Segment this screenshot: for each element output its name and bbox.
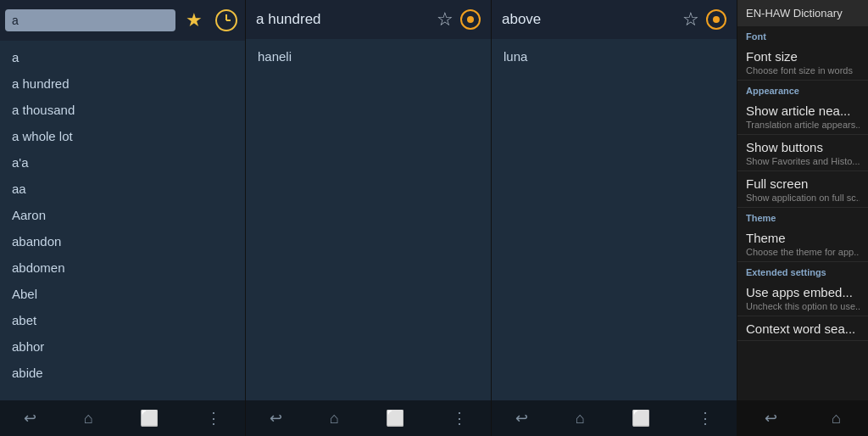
theme-section-label: Theme (737, 208, 868, 226)
font-section-label: Font (737, 26, 868, 44)
circle-dot-button[interactable] (706, 9, 726, 30)
settings-panel: EN-HAW Dictionary Font Font size Choose … (737, 0, 868, 436)
full-screen-item[interactable]: Full screen Show application on full sc.… (737, 171, 868, 208)
panel-3-header: above ☆ (492, 0, 737, 39)
home-icon[interactable]: ⌂ (576, 410, 585, 428)
list-item[interactable]: abdomen (0, 254, 245, 281)
font-size-title: Font size (746, 49, 860, 64)
theme-title: Theme (746, 231, 860, 245)
clock-icon (215, 9, 237, 31)
font-size-item[interactable]: Font size Choose font size in words (737, 44, 868, 81)
favorites-button[interactable]: ★ (181, 7, 208, 34)
back-icon[interactable]: ↩ (24, 409, 36, 428)
list-item[interactable]: abandon (0, 228, 245, 254)
recent-icon[interactable]: ⬜ (140, 409, 159, 428)
search-bar: ★ (0, 0, 245, 41)
header-icons-3: ☆ (682, 8, 726, 31)
navigation-bar-4: ↩ ⌂ (737, 400, 868, 436)
list-item[interactable]: a (0, 44, 245, 70)
star-outline-icon[interactable]: ☆ (682, 8, 699, 31)
history-button[interactable] (213, 7, 240, 34)
home-icon[interactable]: ⌂ (84, 410, 93, 428)
theme-item[interactable]: Theme Choose the theme for app... (737, 226, 868, 262)
header-icons-2: ☆ (437, 8, 481, 31)
recent-icon[interactable]: ⬜ (632, 409, 650, 428)
full-screen-title: Full screen (746, 176, 860, 191)
menu-icon[interactable]: ⋮ (206, 409, 221, 428)
list-item[interactable]: abet (0, 307, 245, 333)
list-item[interactable]: a hundred (0, 70, 245, 97)
translation-content-2: haneli (246, 39, 491, 400)
use-apps-title: Use apps embed... (746, 285, 860, 299)
show-article-title: Show article nea... (746, 103, 860, 118)
extended-section-label: Extended settings (737, 262, 868, 280)
list-item[interactable]: a thousand (0, 97, 245, 123)
list-item[interactable]: abhor (0, 333, 245, 360)
navigation-bar-3: ↩ ⌂ ⬜ ⋮ (492, 400, 737, 436)
show-buttons-item[interactable]: Show buttons Show Favorites and Histo... (737, 135, 868, 171)
font-size-desc: Choose font size in words (746, 65, 860, 75)
panel-2-header: a hundred ☆ (246, 0, 491, 39)
show-article-item[interactable]: Show article nea... Translation article … (737, 98, 868, 135)
appearance-section-label: Appearance (737, 81, 868, 98)
star-outline-icon[interactable]: ☆ (437, 8, 453, 31)
navigation-bar-1: ↩ ⌂ ⬜ ⋮ (0, 400, 245, 436)
menu-icon[interactable]: ⋮ (452, 409, 467, 428)
show-buttons-title: Show buttons (746, 140, 860, 154)
translation-panel-2: above ☆ luna ↩ ⌂ ⬜ ⋮ (492, 0, 737, 436)
word-list: a a hundred a thousand a whole lot a'a a… (0, 41, 245, 400)
context-word-item[interactable]: Context word sea... (737, 316, 868, 341)
settings-title: EN-HAW Dictionary (737, 0, 868, 26)
theme-desc: Choose the theme for app... (746, 247, 860, 257)
show-buttons-desc: Show Favorites and Histo... (746, 156, 860, 166)
context-word-title: Context word sea... (746, 321, 860, 336)
recent-icon[interactable]: ⬜ (386, 409, 404, 428)
translation-text: luna (504, 49, 527, 64)
list-item[interactable]: a whole lot (0, 123, 245, 149)
back-icon[interactable]: ↩ (270, 409, 282, 428)
home-icon[interactable]: ⌂ (330, 410, 339, 428)
list-item[interactable]: Aaron (0, 202, 245, 228)
word-list-panel: ★ a a hundred a thousand a whole lot a'a… (0, 0, 246, 436)
list-item[interactable]: aa (0, 176, 245, 202)
navigation-bar-2: ↩ ⌂ ⬜ ⋮ (246, 400, 491, 436)
use-apps-desc: Uncheck this option to use... device (746, 301, 860, 311)
list-item[interactable]: abide (0, 360, 245, 386)
full-screen-desc: Show application on full sc... on top) (746, 193, 860, 203)
use-apps-item[interactable]: Use apps embed... Uncheck this option to… (737, 280, 868, 316)
list-item[interactable]: Abel (0, 281, 245, 307)
menu-icon[interactable]: ⋮ (698, 409, 713, 428)
show-article-desc: Translation article appears... for table… (746, 120, 860, 130)
back-icon[interactable]: ↩ (515, 409, 528, 428)
search-input[interactable] (5, 9, 175, 31)
star-icon: ★ (186, 9, 203, 31)
home-icon[interactable]: ⌂ (832, 410, 841, 428)
back-icon[interactable]: ↩ (765, 409, 777, 428)
list-item[interactable]: a'a (0, 149, 245, 176)
panel-2-title: a hundred (256, 11, 321, 28)
translation-text: haneli (258, 49, 292, 64)
translation-content-3: luna (492, 39, 737, 400)
translation-panel-1: a hundred ☆ haneli ↩ ⌂ ⬜ ⋮ (246, 0, 492, 436)
panel-3-title: above (502, 11, 541, 28)
circle-dot-button[interactable] (460, 9, 481, 30)
